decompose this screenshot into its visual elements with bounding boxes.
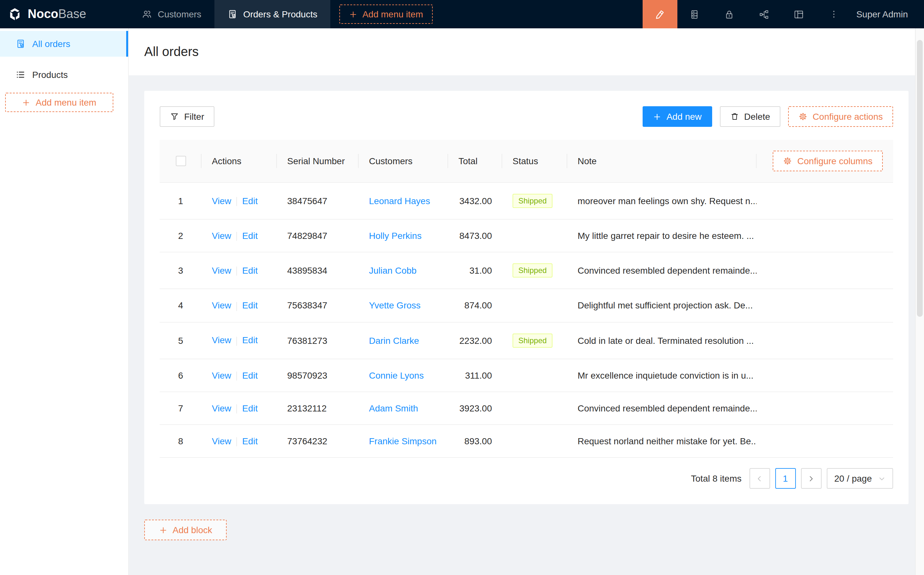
configure-columns-button[interactable]: Configure columns xyxy=(773,151,883,171)
table-row[interactable]: 7 ViewEdit 23132112 Adam Smith 3923.00 C… xyxy=(160,392,893,425)
page-content: Filter Add new xyxy=(129,75,924,556)
table-row[interactable]: 2 ViewEdit 74829847 Holly Perkins 8473.0… xyxy=(160,219,893,253)
total-cell: 3432.00 xyxy=(448,183,502,219)
scrollbar-thumb[interactable] xyxy=(917,40,923,317)
edit-link[interactable]: Edit xyxy=(242,335,257,345)
plus-icon xyxy=(159,526,167,534)
add-menu-item-sidebar-button[interactable]: Add menu item xyxy=(5,93,113,112)
note-cell: Delightful met sufficient projection ask… xyxy=(567,289,757,322)
serial-number-cell: 98570923 xyxy=(277,359,359,392)
customer-link[interactable]: Connie Lyons xyxy=(369,370,424,380)
customer-link[interactable]: Frankie Simpson xyxy=(369,436,437,446)
edit-link[interactable]: Edit xyxy=(242,370,257,380)
column-header-note[interactable]: Note xyxy=(567,140,757,183)
edit-link[interactable]: Edit xyxy=(242,230,257,241)
current-user[interactable]: Super Admin xyxy=(856,9,908,19)
table-row[interactable]: 3 ViewEdit 43895834 Julian Cobb 31.00 Sh… xyxy=(160,253,893,289)
layout-button[interactable] xyxy=(782,0,816,28)
row-actions-cell: ViewEdit xyxy=(202,392,277,425)
top-menu: Customers Orders & Products Add men xyxy=(129,0,433,28)
action-divider xyxy=(236,267,237,276)
list-icon xyxy=(16,70,26,80)
select-all-checkbox[interactable] xyxy=(175,156,186,166)
table-row[interactable]: 5 ViewEdit 76381273 Darin Clarke 2232.00… xyxy=(160,322,893,359)
column-header-total[interactable]: Total xyxy=(448,140,502,183)
column-header-actions[interactable]: Actions xyxy=(202,140,277,183)
view-link[interactable]: View xyxy=(212,196,231,206)
tab-customers[interactable]: Customers xyxy=(129,0,214,28)
add-new-button[interactable]: Add new xyxy=(643,106,712,127)
status-cell xyxy=(502,359,567,392)
table-row[interactable]: 4 ViewEdit 75638347 Yvette Gross 874.00 … xyxy=(160,289,893,322)
status-cell xyxy=(502,392,567,425)
note-cell: moreover man feelings own shy. Request n… xyxy=(567,183,757,219)
customer-link[interactable]: Yvette Gross xyxy=(369,300,421,311)
sidebar: All orders Products Add menu item xyxy=(0,28,129,575)
status-badge: Shipped xyxy=(513,194,552,208)
serial-number-cell: 38475647 xyxy=(277,183,359,219)
edit-link[interactable]: Edit xyxy=(242,436,257,446)
page-size-select[interactable]: 20 / page xyxy=(826,469,893,489)
filter-button[interactable]: Filter xyxy=(160,106,214,127)
database-icon xyxy=(689,9,700,20)
vertical-scrollbar[interactable] xyxy=(915,28,924,575)
table-row[interactable]: 6 ViewEdit 98570923 Connie Lyons 311.00 … xyxy=(160,359,893,392)
row-actions-cell: ViewEdit xyxy=(202,322,277,359)
customer-link[interactable]: Darin Clarke xyxy=(369,335,419,345)
total-cell: 874.00 xyxy=(448,289,502,322)
edit-link[interactable]: Edit xyxy=(242,403,257,413)
pagination: Total 8 items 1 20 / page xyxy=(160,469,893,489)
nocobase-logo-icon xyxy=(8,7,22,21)
row-trailing-cell xyxy=(757,322,893,359)
add-menu-item-top-button[interactable]: Add menu item xyxy=(339,5,433,24)
gear-icon xyxy=(799,112,807,121)
edit-link[interactable]: Edit xyxy=(242,196,257,206)
column-header-customers[interactable]: Customers xyxy=(359,140,448,183)
security-button[interactable] xyxy=(712,0,747,28)
delete-button[interactable]: Delete xyxy=(719,106,780,127)
view-link[interactable]: View xyxy=(212,370,231,380)
nocobase-logo[interactable]: NocoBase xyxy=(0,0,129,28)
customer-cell: Yvette Gross xyxy=(359,289,448,322)
collections-button[interactable] xyxy=(677,0,712,28)
customers-icon xyxy=(142,9,152,19)
ui-editor-button[interactable] xyxy=(643,0,677,28)
app-window: NocoBase Customers xyxy=(0,0,924,575)
column-header-status[interactable]: Status xyxy=(502,140,567,183)
status-cell: Shipped xyxy=(502,322,567,359)
layout-icon xyxy=(794,9,805,20)
sidebar-item-all-orders[interactable]: All orders xyxy=(0,31,128,57)
view-link[interactable]: View xyxy=(212,403,231,413)
view-link[interactable]: View xyxy=(212,300,231,311)
table-row[interactable]: 1 ViewEdit 38475647 Leonard Hayes 3432.0… xyxy=(160,183,893,219)
navbar-right-actions: Super Admin xyxy=(643,0,924,28)
view-link[interactable]: View xyxy=(212,230,231,241)
action-divider xyxy=(236,302,237,311)
add-block-button[interactable]: Add block xyxy=(144,520,227,540)
edit-link[interactable]: Edit xyxy=(242,300,257,311)
previous-page-button[interactable] xyxy=(749,469,770,489)
column-header-serial-number[interactable]: Serial Number xyxy=(277,140,359,183)
toolbar-actions: Add new Delete xyxy=(643,106,893,127)
view-link[interactable]: View xyxy=(212,436,231,446)
more-button[interactable] xyxy=(816,0,851,28)
view-link[interactable]: View xyxy=(212,265,231,276)
configure-actions-button[interactable]: Configure actions xyxy=(788,106,893,127)
view-link[interactable]: View xyxy=(212,335,231,345)
tab-orders-products[interactable]: Orders & Products xyxy=(214,0,330,28)
customer-link[interactable]: Holly Perkins xyxy=(369,230,421,241)
sidebar-item-products[interactable]: Products xyxy=(0,62,128,87)
kebab-icon xyxy=(829,9,839,19)
customer-link[interactable]: Adam Smith xyxy=(369,403,418,413)
action-divider xyxy=(236,232,237,241)
edit-link[interactable]: Edit xyxy=(242,265,257,276)
total-cell: 31.00 xyxy=(448,253,502,289)
plugins-button[interactable] xyxy=(747,0,782,28)
next-page-button[interactable] xyxy=(801,469,821,489)
page-number-1[interactable]: 1 xyxy=(775,469,795,489)
customer-link[interactable]: Leonard Hayes xyxy=(369,196,430,206)
table-row[interactable]: 8 ViewEdit 73764232 Frankie Simpson 893.… xyxy=(160,425,893,458)
page-header: All orders xyxy=(129,28,924,75)
row-actions-cell: ViewEdit xyxy=(202,425,277,458)
customer-link[interactable]: Julian Cobb xyxy=(369,265,417,276)
